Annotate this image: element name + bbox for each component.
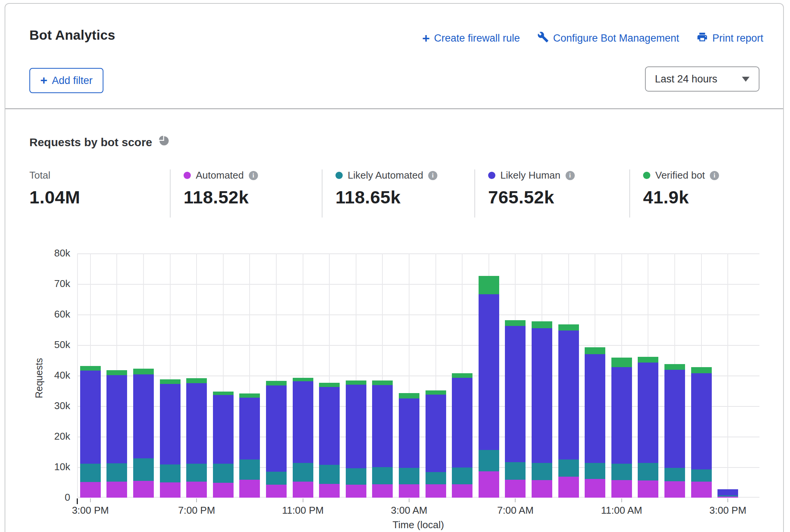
segment-likely-automated	[213, 464, 234, 483]
x-axis-tick	[409, 498, 410, 502]
stat-automated: Automatedi118.52k	[170, 169, 322, 218]
segment-likely-automated	[239, 459, 260, 480]
segment-likely-human	[691, 373, 712, 469]
bar-1100am[interactable]	[611, 358, 632, 498]
segment-automated	[160, 482, 181, 498]
bar-1000pm[interactable]	[266, 381, 287, 498]
segment-automated	[585, 479, 605, 498]
info-icon[interactable]: i	[710, 171, 719, 180]
legend-dot	[488, 172, 495, 179]
bar-400pm[interactable]	[106, 370, 127, 498]
bar-600pm[interactable]	[160, 379, 181, 498]
bar-1200pm[interactable]	[638, 357, 658, 498]
print-report-link[interactable]: Print report	[696, 31, 763, 45]
configure-bot-management-link[interactable]: Configure Bot Management	[537, 31, 679, 45]
segment-likely-automated	[479, 450, 499, 471]
stat-label-row: Likely Humani	[488, 169, 629, 181]
y-axis-title: Requests	[34, 353, 45, 398]
gridline-h	[77, 345, 759, 346]
segment-automated	[558, 477, 579, 498]
add-filter-label: Add filter	[52, 75, 93, 87]
segment-likely-human	[611, 367, 632, 464]
segment-automated	[133, 481, 154, 498]
segment-likely-automated	[611, 464, 632, 480]
stat-value: 118.65k	[335, 187, 474, 208]
time-range-value: Last 24 hours	[655, 73, 717, 85]
bar-300pm[interactable]	[717, 489, 738, 498]
segment-verified-bot	[532, 321, 552, 328]
segment-verified-bot	[691, 367, 712, 374]
gridline-h	[77, 314, 759, 315]
add-filter-button[interactable]: + Add filter	[29, 68, 103, 93]
bot-analytics-card: Bot Analytics + Create firewall rule Con…	[5, 3, 784, 532]
bar-300am[interactable]	[399, 393, 419, 498]
bar-500pm[interactable]	[133, 369, 154, 498]
bar-1100pm[interactable]	[293, 378, 313, 498]
segment-verified-bot	[133, 369, 154, 374]
stat-likely-automated: Likely Automatedi118.65k	[322, 169, 474, 218]
segment-automated	[319, 484, 340, 498]
bar-100pm[interactable]	[664, 364, 685, 498]
segment-likely-automated	[266, 472, 287, 485]
segment-automated	[239, 480, 260, 498]
bar-800pm[interactable]	[213, 392, 234, 498]
x-axis-tick	[196, 498, 197, 502]
segment-automated	[532, 480, 552, 498]
bar-700am[interactable]	[505, 320, 526, 498]
info-icon[interactable]: i	[566, 171, 575, 180]
bar-800am[interactable]	[532, 321, 552, 498]
stats-row: Total1.04MAutomatedi118.52kLikely Automa…	[29, 169, 782, 218]
info-icon[interactable]: i	[428, 171, 437, 180]
y-axis-tick-label: 70k	[36, 278, 70, 290]
segment-automated	[186, 482, 207, 498]
segment-likely-human	[372, 385, 393, 467]
segment-verified-bot	[186, 378, 207, 383]
segment-likely-automated	[399, 468, 419, 484]
stat-label-row: Automatedi	[184, 169, 322, 181]
bot-analytics-page: { "header": { "title": "Bot Analytics", …	[0, 0, 790, 532]
segment-verified-bot	[585, 347, 605, 354]
segment-likely-human	[426, 395, 446, 472]
segment-verified-bot	[106, 370, 127, 375]
segment-automated	[452, 484, 472, 498]
stat-label-row: Total	[29, 169, 170, 181]
bar-400am[interactable]	[426, 390, 446, 498]
info-icon[interactable]: i	[249, 171, 258, 180]
segment-likely-automated	[80, 464, 101, 482]
x-axis-tick-label: 11:00 AM	[584, 505, 660, 516]
bar-700pm[interactable]	[186, 378, 207, 498]
bar-200am[interactable]	[372, 380, 393, 498]
bar-900pm[interactable]	[239, 393, 260, 498]
x-axis-tick	[90, 498, 91, 502]
x-axis-tick	[303, 498, 303, 502]
segment-likely-human	[505, 326, 526, 462]
y-axis-tick-label: 20k	[36, 430, 70, 442]
segment-likely-human	[160, 384, 181, 464]
configure-bot-management-label: Configure Bot Management	[553, 32, 679, 44]
segment-verified-bot	[505, 320, 526, 326]
x-axis-tick-label: 11:00 PM	[265, 505, 341, 516]
segment-verified-bot	[558, 324, 579, 330]
bar-1000am[interactable]	[585, 347, 605, 498]
gridline-h	[77, 253, 759, 254]
bar-1200am[interactable]	[319, 383, 340, 498]
bar-500am[interactable]	[452, 373, 472, 498]
segment-likely-human	[585, 354, 605, 463]
time-range-select[interactable]: Last 24 hours	[645, 66, 759, 92]
segment-likely-automated	[505, 462, 526, 480]
bar-900am[interactable]	[558, 324, 579, 498]
bar-300pm[interactable]	[80, 366, 101, 498]
create-firewall-rule-link[interactable]: + Create firewall rule	[422, 32, 520, 44]
segment-likely-human	[452, 378, 472, 468]
gridline-v	[727, 253, 728, 498]
bar-200pm[interactable]	[691, 367, 712, 498]
stat-value: 765.52k	[488, 187, 629, 208]
segment-verified-bot	[399, 393, 419, 398]
segment-likely-automated	[426, 472, 446, 484]
segment-automated	[664, 481, 685, 498]
segment-automated	[346, 485, 366, 498]
bar-600am[interactable]	[479, 276, 499, 498]
segment-automated	[106, 482, 127, 498]
bar-100am[interactable]	[346, 380, 366, 498]
segment-likely-human	[319, 387, 340, 465]
